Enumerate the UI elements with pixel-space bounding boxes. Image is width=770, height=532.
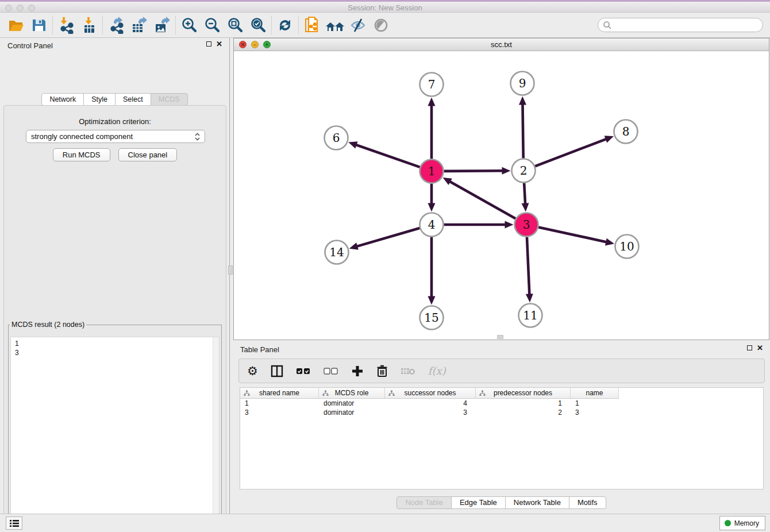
- export-network-button[interactable]: [105, 15, 128, 36]
- tab-network-table[interactable]: Network Table: [505, 496, 569, 509]
- table-row[interactable]: 1dominator411: [240, 399, 763, 408]
- edge-3-10[interactable]: [538, 228, 607, 242]
- close-table-panel-icon[interactable]: ✕: [757, 345, 763, 350]
- export-table-icon: [130, 17, 148, 34]
- close-panel-icon[interactable]: ✕: [216, 41, 222, 47]
- float-panel-icon[interactable]: [206, 41, 211, 47]
- export-table-button[interactable]: [128, 15, 151, 36]
- column-header-successor-nodes[interactable]: successor nodes: [385, 388, 476, 399]
- node-11[interactable]: 11: [519, 304, 542, 327]
- edge-1-6[interactable]: [355, 144, 420, 167]
- node-9[interactable]: 9: [511, 72, 534, 95]
- node-1[interactable]: 1: [420, 160, 444, 183]
- optimization-criterion-select[interactable]: strongly connected component: [26, 130, 205, 143]
- dropdown-value: strongly connected component: [31, 132, 133, 141]
- node-table[interactable]: shared nameMCDS rolesuccessor nodesprede…: [240, 387, 764, 489]
- zoom-selected-button[interactable]: [247, 15, 270, 36]
- cell-predecessor-nodes[interactable]: 2: [476, 408, 571, 417]
- arrowhead-2-8: [605, 136, 614, 142]
- cell-name[interactable]: 1: [571, 399, 619, 408]
- import-table-button[interactable]: [78, 15, 101, 36]
- close-panel-button[interactable]: Close panel: [118, 148, 178, 161]
- edge-3-11[interactable]: [527, 237, 530, 295]
- edge-2-8[interactable]: [535, 138, 607, 166]
- edge-4-14[interactable]: [356, 228, 419, 246]
- cell-MCDS-role[interactable]: dominator: [319, 408, 385, 417]
- cell-successor-nodes[interactable]: 4: [385, 399, 476, 408]
- app-titlebar: Session: New Session: [0, 0, 770, 13]
- node-4[interactable]: 4: [420, 213, 444, 237]
- float-table-panel-icon[interactable]: [747, 345, 752, 350]
- import-network-button[interactable]: [55, 15, 78, 36]
- zoom-out-button[interactable]: [201, 15, 224, 36]
- delete-column-icon[interactable]: [376, 365, 388, 377]
- export-image-button[interactable]: [151, 15, 174, 36]
- tab-style[interactable]: Style: [83, 93, 116, 106]
- tab-motifs[interactable]: Motifs: [569, 496, 606, 509]
- column-header-name[interactable]: name: [571, 388, 619, 399]
- select-all-icon[interactable]: [296, 367, 311, 375]
- first-neighbors-button[interactable]: [324, 15, 346, 36]
- node-10[interactable]: 10: [615, 235, 639, 259]
- show-columns-icon[interactable]: [271, 365, 283, 377]
- edge-2-9[interactable]: [522, 103, 523, 158]
- add-column-icon[interactable]: [351, 365, 364, 377]
- show-all-button[interactable]: [369, 15, 392, 36]
- edge-1-2[interactable]: [444, 171, 503, 171]
- node-14[interactable]: 14: [325, 241, 349, 264]
- tab-select[interactable]: Select: [115, 93, 151, 106]
- session-title: Session: New Session: [0, 3, 770, 12]
- tab-node-table[interactable]: Node Table: [396, 496, 452, 509]
- horizontal-split-handle[interactable]: [497, 335, 503, 339]
- zoom-in-button[interactable]: [178, 15, 201, 36]
- save-session-button[interactable]: [28, 15, 51, 36]
- control-panel-tabs: NetworkStyleSelectMCDS: [0, 93, 229, 106]
- node-3[interactable]: 3: [515, 213, 538, 237]
- mcds-result-list[interactable]: 1 3: [10, 337, 220, 532]
- tab-network[interactable]: Network: [41, 93, 84, 106]
- memory-status-icon: [725, 520, 731, 526]
- edge-3-1[interactable]: [449, 181, 515, 219]
- zoom-fit-button[interactable]: [224, 15, 247, 36]
- tab-mcds[interactable]: MCDS: [151, 93, 188, 106]
- table-settings-icon[interactable]: ⚙: [247, 365, 258, 377]
- chevron-up-down-icon: [195, 133, 200, 141]
- node-15[interactable]: 15: [420, 306, 444, 330]
- svg-text:15: 15: [424, 311, 438, 325]
- result-scrollbar[interactable]: [213, 337, 219, 532]
- node-7[interactable]: 7: [420, 73, 444, 97]
- column-header-shared-name[interactable]: shared name: [240, 388, 319, 399]
- cell-name[interactable]: 3: [571, 408, 619, 417]
- node-2[interactable]: 2: [512, 159, 536, 183]
- open-file-button[interactable]: [5, 15, 28, 36]
- cell-shared-name[interactable]: 1: [240, 399, 319, 408]
- table-row[interactable]: 3dominator323: [240, 408, 763, 417]
- cell-shared-name[interactable]: 3: [240, 408, 319, 417]
- column-header-predecessor-nodes[interactable]: predecessor nodes: [476, 388, 571, 399]
- column-label: name: [586, 389, 603, 397]
- node-6[interactable]: 6: [325, 126, 348, 150]
- network-window-titlebar[interactable]: ✕ − + scc.txt: [234, 38, 769, 51]
- search-icon: [603, 21, 612, 30]
- search-input[interactable]: [598, 18, 763, 32]
- memory-button[interactable]: Memory: [719, 516, 765, 530]
- show-panels-button[interactable]: [6, 516, 22, 530]
- export-image-icon: [153, 17, 171, 34]
- deselect-all-icon[interactable]: [324, 367, 338, 375]
- hide-selected-button[interactable]: [346, 15, 369, 36]
- cell-MCDS-role[interactable]: dominator: [319, 399, 385, 408]
- new-network-from-selection-button[interactable]: [301, 15, 324, 36]
- network-canvas[interactable]: 7968124314101511: [234, 51, 769, 340]
- edge-2-3[interactable]: [524, 183, 525, 205]
- column-header-MCDS-role[interactable]: MCDS role: [319, 388, 385, 399]
- zoom-fit-icon: [226, 17, 244, 34]
- cell-successor-nodes[interactable]: 3: [385, 408, 476, 417]
- optimization-criterion-label: Optimization criterion:: [4, 117, 226, 126]
- run-mcds-button[interactable]: Run MCDS: [53, 148, 110, 161]
- apply-layout-button[interactable]: [274, 15, 297, 36]
- tab-edge-table[interactable]: Edge Table: [451, 496, 506, 509]
- vertical-split-handle[interactable]: [228, 265, 233, 275]
- node-8[interactable]: 8: [614, 120, 638, 144]
- svg-text:4: 4: [428, 218, 436, 232]
- cell-predecessor-nodes[interactable]: 1: [476, 399, 571, 408]
